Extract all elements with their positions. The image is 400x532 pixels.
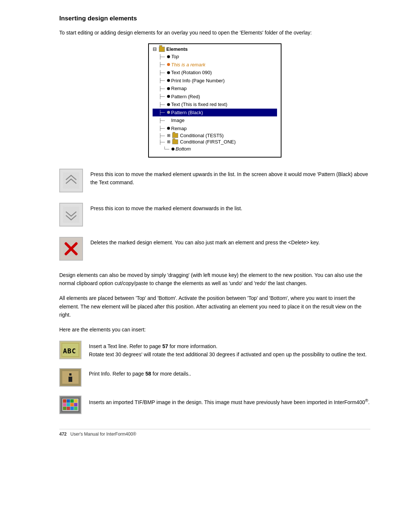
tree-line: ├─ (159, 85, 166, 92)
tif-bmp-icon (61, 398, 79, 412)
tree-line: ├─ (159, 77, 166, 84)
svg-rect-14 (63, 399, 66, 403)
body-text-drag: Design elements can also be moved by sim… (59, 271, 370, 288)
tree-line: ├─ (159, 117, 166, 124)
svg-rect-15 (67, 399, 70, 403)
svg-rect-21 (74, 403, 77, 406)
tree-item[interactable]: ├─ Text (This is fixed red text) (153, 100, 277, 109)
tree-item[interactable]: ├─ Pattern (Red) (153, 93, 277, 101)
body-text-elements-intro: Here are the elements you can insert: (59, 326, 370, 334)
svg-rect-18 (63, 403, 66, 406)
tree-root-label: Elements (166, 46, 188, 52)
item-label: Text (This is fixed red text) (171, 101, 227, 108)
abc-icon-box[interactable]: ABC (59, 341, 81, 359)
expand-icon: ⊞ (167, 133, 170, 138)
page-number: 472 (59, 432, 67, 437)
svg-rect-10 (69, 373, 71, 376)
tree-item[interactable]: ├─ Remap (153, 125, 277, 133)
tree-expand-icon: ⊟ (153, 46, 157, 52)
move-up-section: Press this icon to move the marked eleme… (59, 169, 370, 192)
item-label-top: Top (171, 53, 179, 60)
delete-section: Deletes the marked design element. You c… (59, 237, 370, 261)
insert-text-line1: Insert a Text line. Refer to page 57 for… (89, 343, 217, 349)
item-label: Conditional (FIRST_ONE) (180, 139, 236, 145)
item-label: Remap (171, 125, 187, 132)
svg-rect-17 (74, 399, 77, 403)
svg-rect-19 (67, 403, 70, 406)
delete-text: Deletes the marked design element. You c… (90, 239, 320, 245)
abc-icon: ABC (61, 343, 79, 357)
svg-rect-11 (69, 377, 72, 382)
tree-bullet (167, 103, 170, 106)
tree-bullet (167, 79, 170, 82)
print-info-icon (61, 370, 79, 384)
folder-icon (172, 139, 178, 144)
tree-bullet (167, 55, 170, 58)
svg-rect-22 (63, 407, 66, 410)
item-label-remark: This is a remark (171, 61, 205, 69)
footer-text: User's Manual for InterForm400® (70, 432, 136, 437)
tree-item-selected[interactable]: ├─ Pattern (Black) (153, 109, 277, 117)
delete-x-icon (63, 241, 79, 257)
tree-bullet (167, 63, 170, 66)
svg-rect-24 (70, 407, 74, 410)
move-down-section: Press this icon to move the marked eleme… (59, 203, 370, 227)
tree-folder-item[interactable]: ├─ ⊞ Conditional (FIRST_ONE) (153, 139, 277, 145)
delete-description: Deletes the marked design element. You c… (90, 237, 370, 247)
insert-text-line2: Rotate text 30 degrees' will rotate the … (89, 351, 367, 357)
tree-line: ├─ (159, 101, 166, 108)
tree-bullet (167, 127, 170, 130)
tree-line: ├─ (159, 53, 166, 60)
tree-bullet (167, 111, 170, 114)
page-title: Inserting design elements (59, 15, 370, 22)
svg-rect-25 (74, 407, 77, 410)
tree-item[interactable]: ├─ Text (Rotation 090) (153, 69, 277, 77)
tree-item[interactable]: └─ Bottom (153, 145, 277, 153)
item-label: Text (Rotation 090) (171, 69, 212, 76)
insert-info-description: Print Info. Refer to page 58 for more de… (89, 368, 370, 378)
insert-image-description: Inserts an imported TIF/BMP image in the… (89, 396, 370, 406)
tree-line: ├─ (159, 69, 166, 76)
info-icon-box[interactable] (59, 368, 81, 387)
insert-text-description: Insert a Text line. Refer to page 57 for… (89, 341, 370, 359)
delete-icon-box[interactable] (59, 237, 83, 261)
tree-bullet (171, 148, 174, 151)
body-text-top-bottom: All elements are placed between 'Top' an… (59, 294, 370, 319)
tree-line: └─ (163, 146, 170, 152)
move-down-description: Press this icon to move the marked eleme… (90, 203, 370, 212)
tree-folder-item[interactable]: ├─ ⊞ Conditional (TEST5) (153, 132, 277, 139)
tree-bullet (167, 71, 170, 74)
item-label: Conditional (TEST5) (180, 133, 224, 138)
move-down-text: Press this icon to move the marked eleme… (90, 205, 242, 211)
footer: 472 User's Manual for InterForm400® (59, 429, 370, 437)
expand-icon: ⊞ (167, 139, 170, 144)
tree-item[interactable]: ├─ This is a remark (153, 61, 277, 69)
print-info-text: Print Info. Refer to page 58 for more de… (89, 371, 191, 377)
item-label-pattern-black: Pattern (Black) (171, 109, 203, 116)
intro-text: To start editing or adding design elemen… (59, 29, 370, 37)
tree-item[interactable]: ├─ Remap (153, 85, 277, 93)
move-up-icon-box[interactable] (59, 169, 83, 192)
svg-rect-16 (70, 399, 74, 403)
tree-line: ├─ (159, 139, 166, 145)
tree-bullet (167, 95, 170, 98)
tree-item[interactable]: ├─ Print Info (Page Number) (153, 77, 277, 85)
image-icon-box[interactable] (59, 396, 81, 414)
item-label-bottom: Bottom (176, 145, 191, 153)
insert-info-section: Print Info. Refer to page 58 for more de… (59, 368, 370, 387)
item-label: Image (171, 117, 184, 124)
insert-text-section: ABC Insert a Text line. Refer to page 57… (59, 341, 370, 359)
svg-rect-23 (67, 407, 70, 410)
move-down-icon-box[interactable] (59, 203, 83, 227)
tree-line: ├─ (159, 109, 166, 116)
elements-tree-panel: ⊟ Elements ├─ Top ├─ This is a remark ├─… (148, 43, 281, 158)
tree-line: ├─ (159, 125, 166, 132)
item-label: Pattern (Red) (171, 93, 200, 100)
tree-item[interactable]: ├─ Top (153, 53, 277, 61)
tree-item[interactable]: ├─ Image (153, 116, 277, 125)
move-up-description: Press this icon to move the marked eleme… (90, 169, 370, 187)
image-insert-text: Inserts an imported TIF/BMP image in the… (89, 399, 370, 405)
tree-root[interactable]: ⊟ Elements (153, 46, 277, 52)
move-up-text: Press this icon to move the marked eleme… (90, 171, 368, 185)
item-label: Print Info (Page Number) (171, 77, 225, 85)
